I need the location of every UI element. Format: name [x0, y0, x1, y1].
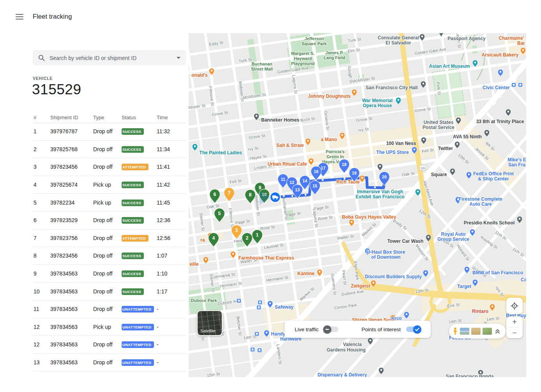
poi-label[interactable]: JeffersonSquare Park [302, 36, 327, 46]
poi-label[interactable]: Johnny Doughnuts [308, 94, 351, 99]
collapse-icon[interactable] [495, 329, 500, 334]
poi-label[interactable]: FedEx Office Print& Ship Center [473, 171, 514, 182]
poi-label[interactable]: onald's [191, 72, 208, 78]
zoom-in-button[interactable]: + [506, 316, 523, 327]
poi-label[interactable]: Royal AutoGroup Service [437, 231, 469, 242]
cell: 12 [33, 324, 50, 330]
cell: 9 [33, 270, 50, 277]
poi-label[interactable]: U-Haul Box Storeof Downtown [367, 249, 405, 260]
transit-icon[interactable] [258, 300, 262, 305]
dropdown-caret-icon[interactable] [177, 57, 180, 59]
poi-label[interactable]: Margaret S.HaywardPlayground [291, 51, 315, 66]
poi-label[interactable]: Tower Car Wash [387, 238, 424, 244]
transit-icon[interactable] [512, 83, 516, 87]
poi-label[interactable]: AVA 55 Ninth [453, 134, 482, 139]
map-canvas[interactable]: 101 Eddy StTurk StTurk StElm StGolden Ga… [189, 33, 526, 377]
poi-label[interactable]: Valencia [343, 342, 362, 347]
poi-label[interactable]: Square [431, 172, 447, 177]
toggle-off-knob [323, 325, 331, 334]
table-row[interactable]: 1397976787Drop offSUCCESS11:32 [33, 123, 186, 141]
live-traffic-toggle[interactable] [324, 327, 338, 332]
transit-icon[interactable] [258, 348, 262, 353]
table-row[interactable]: 14397834563Drop offUNATTEMPTED- [33, 371, 186, 377]
table-row[interactable]: 539782234Pick upSUCCESS11:45 [33, 194, 186, 212]
poi-label[interactable]: BMW of San Francisco [472, 270, 523, 275]
poi-label[interactable]: Discount Builders Supply [365, 274, 422, 279]
table-row[interactable]: 7397823756Drop offATTEMPTED12:56 [33, 230, 186, 247]
poi-label[interactable]: Passport Agency [447, 36, 486, 41]
table-row[interactable]: 2397825768Drop offSUCCESS11:34 [33, 141, 186, 159]
cell: Drop off [92, 288, 121, 295]
poi-label[interactable]: Zeitgeist [351, 283, 370, 289]
table-row[interactable]: 13397834563Drop offUNATTEMPTED- [33, 354, 186, 372]
poi-label[interactable]: Twitter [438, 146, 453, 151]
poi-label[interactable]: Mike's ESan Fra [507, 157, 526, 168]
status-badge: SUCCESS [122, 200, 144, 206]
cell: 1 [33, 128, 50, 134]
poi-label[interactable]: United StatesPostal Service [423, 120, 454, 130]
poi-label[interactable]: Bar [517, 41, 525, 46]
status-badge: ATTEMPTED [122, 235, 149, 242]
table-row[interactable]: 12397834563Drop offUNATTEMPTED- [33, 336, 186, 354]
poi-label[interactable]: Target [457, 284, 471, 289]
table-row[interactable]: 4397825674Pick upSUCCESS11:42 [33, 176, 186, 194]
zoom-out-button[interactable]: − [506, 328, 523, 339]
table-row[interactable]: 9397834563Drop offSUCCESS1:10 [33, 265, 186, 283]
imagery-thumbnail-2[interactable] [471, 328, 481, 335]
poi-label[interactable]: Immersive Van GoghExhibit San Francisco [355, 189, 404, 200]
satellite-toggle[interactable]: Satellite [197, 310, 223, 336]
poi-label[interactable]: War MemorialOpera House [362, 98, 392, 108]
poi-label[interactable]: Asian Art Museum [429, 64, 470, 69]
cell-time: 1:07 [156, 253, 186, 259]
table-row[interactable]: 3397823456Drop offATTEMPTED11:41 [33, 158, 186, 176]
transit-icon[interactable] [237, 299, 241, 303]
poi-label[interactable]: Urban Ritual Cafe [268, 161, 307, 167]
table-row[interactable]: 10397834563Drop offSUCCESS1:17 [33, 283, 186, 300]
route-stop-dot [305, 194, 307, 196]
poi-label[interactable]: 100 Van Ness [386, 141, 416, 146]
poi-label[interactable]: Safeway [275, 304, 293, 310]
table-row[interactable]: 12397834563Pick upUNATTEMPTED- [33, 318, 186, 336]
poi-label[interactable]: a Mano [321, 137, 337, 142]
imagery-thumbnail-1[interactable] [460, 328, 469, 335]
transit-icon[interactable] [257, 305, 261, 310]
transit-icon[interactable] [251, 348, 255, 352]
table-row[interactable]: 6397823529Drop offSUCCESS12:36 [33, 212, 186, 230]
table-row[interactable]: 8397823456Drop offSUCCESS1:07 [33, 247, 186, 265]
poi-label[interactable]: Arsicault Bakery [482, 52, 519, 58]
poi-label[interactable]: Presidio Knolls School [464, 220, 515, 226]
poi-label[interactable]: Gardens Housing [327, 347, 366, 353]
poi-label[interactable]: Banneker Homes [261, 117, 299, 123]
poi-label[interactable]: Civic Center [483, 85, 510, 90]
poi-label[interactable]: The Painted Ladies [199, 150, 242, 155]
poi-label[interactable]: Salt & Straw [276, 143, 304, 148]
poi-label[interactable]: The UPS Store [376, 150, 409, 155]
poi-label[interactable]: Co [521, 277, 526, 283]
poi-label[interactable]: San Francisco City Hall [366, 85, 417, 90]
table-row[interactable]: 11397834563Drop offUNATTEMPTED- [33, 300, 186, 318]
poi-label[interactable]: Dispensary & Delivery [318, 372, 367, 377]
poi-label[interactable]: San Francisco Honda [446, 374, 494, 377]
transit-icon[interactable] [518, 83, 523, 87]
poi-label[interactable]: eille [189, 261, 199, 267]
poi-label[interactable]: Boba Guys Hayes Valley [342, 214, 396, 220]
poi-label[interactable]: ra [200, 237, 205, 243]
poi-label[interactable]: Rintaro [472, 309, 488, 314]
poi-label[interactable]: Kantine [297, 271, 315, 276]
imagery-thumbnail-3[interactable] [483, 328, 492, 335]
poi-label[interactable]: BuchananStreet Mall [251, 62, 273, 71]
search-input[interactable] [49, 55, 173, 62]
points-of-interest-toggle[interactable] [406, 327, 421, 332]
transit-icon[interactable] [255, 332, 259, 336]
pegman-icon[interactable] [453, 327, 458, 335]
poi-label[interactable]: Farmhouse Thai Express [239, 255, 294, 261]
search-box[interactable] [33, 50, 186, 65]
menu-icon[interactable] [16, 14, 23, 19]
my-location-button[interactable] [506, 298, 523, 314]
poi-label[interactable]: James P.Lang Field [324, 50, 345, 60]
poi-label[interactable]: 33 8th at Trinity Place [476, 119, 524, 124]
poi-label[interactable]: Arco [391, 316, 401, 321]
poi-label[interactable]: Rich Table [336, 179, 360, 185]
poi-label[interactable]: Duboce Park [191, 298, 217, 303]
poi-label[interactable]: Charmaine' [499, 35, 524, 41]
